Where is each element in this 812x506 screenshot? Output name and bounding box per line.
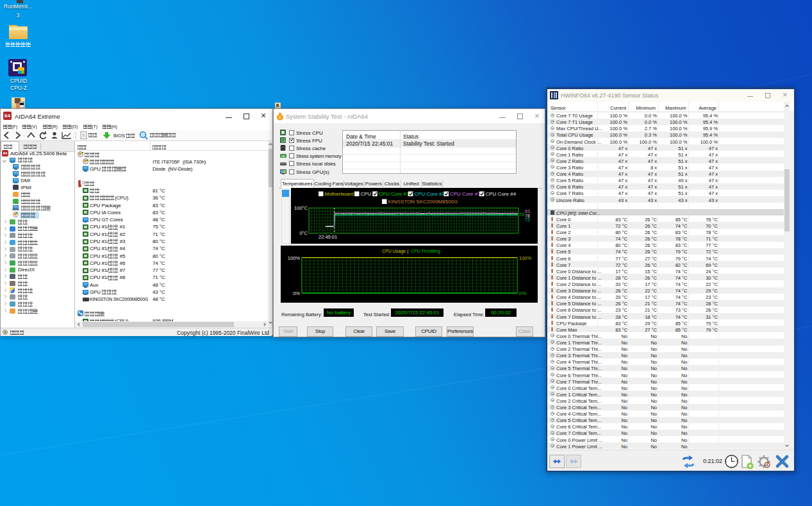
- svg-text:100%: 100%: [288, 255, 301, 261]
- svg-text:KINGSTON SKC2000M8500G: KINGSTON SKC2000M8500G: [388, 199, 458, 205]
- svg-text:0%: 0%: [519, 291, 526, 296]
- svg-text:100°C: 100°C: [294, 205, 308, 211]
- svg-text:Motherboard: Motherboard: [325, 191, 354, 197]
- svg-text:CPU Core #4: CPU Core #4: [486, 191, 517, 197]
- svg-text:0°C: 0°C: [299, 230, 308, 236]
- svg-text:73: 73: [519, 212, 524, 217]
- svg-text:22:45:01: 22:45:01: [319, 234, 337, 240]
- svg-text:CPU Core #3: CPU Core #3: [450, 191, 481, 197]
- svg-text:72: 72: [525, 217, 530, 222]
- svg-text:|: |: [408, 249, 409, 254]
- svg-text:83: 83: [525, 209, 530, 214]
- svg-text:CPU Core #1: CPU Core #1: [379, 191, 410, 197]
- svg-text:CPU: CPU: [361, 191, 372, 197]
- svg-text:0%: 0%: [293, 291, 300, 296]
- svg-text:CPU Core #2: CPU Core #2: [414, 191, 445, 197]
- svg-text:100%: 100%: [519, 255, 532, 261]
- svg-text:CPU Throttling: CPU Throttling: [411, 249, 440, 254]
- svg-text:CPU Usage: CPU Usage: [382, 249, 406, 254]
